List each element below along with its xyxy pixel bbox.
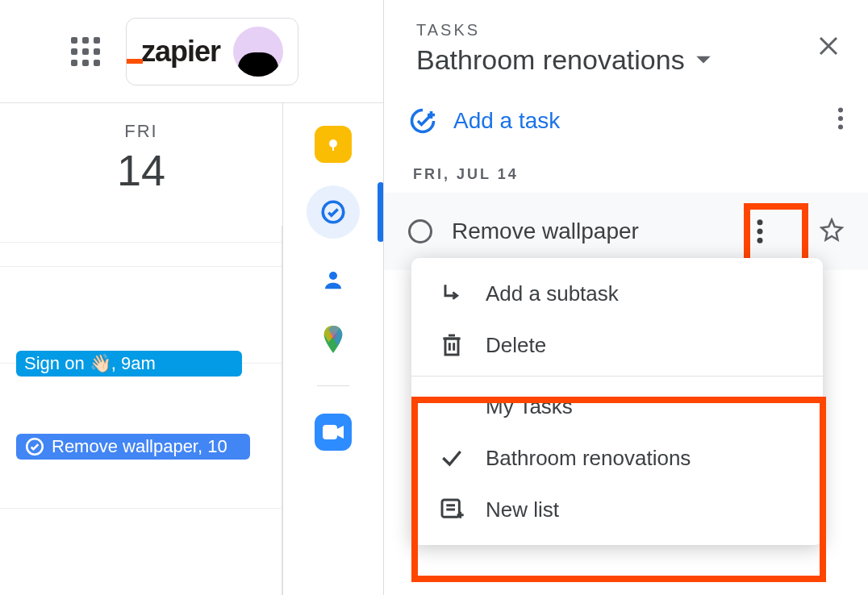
menu-add-subtask[interactable]: Add a subtask (411, 268, 823, 319)
task-options-menu: Add a subtask Delete My Tasks Bathroom r… (411, 258, 823, 545)
task-title: Remove wallpaper (452, 218, 639, 244)
apps-launcher-icon[interactable] (71, 37, 100, 66)
maps-icon[interactable] (315, 321, 352, 358)
menu-item-label: New list (486, 497, 559, 522)
calendar-event[interactable]: Remove wallpaper, 10 (16, 434, 250, 460)
svg-rect-13 (445, 339, 458, 355)
contacts-icon[interactable] (315, 261, 352, 298)
calendar-date-number[interactable]: 14 (0, 145, 282, 195)
menu-item-label: Add a subtask (486, 281, 619, 306)
menu-item-label: Delete (486, 333, 546, 358)
svg-rect-6 (323, 425, 337, 439)
svg-point-4 (329, 272, 337, 280)
account-avatar[interactable] (233, 27, 283, 77)
tasks-app-icon[interactable] (307, 185, 360, 239)
menu-item-label: My Tasks (486, 394, 573, 419)
svg-point-8 (838, 115, 843, 120)
new-list-icon (439, 497, 465, 522)
svg-point-9 (838, 124, 843, 129)
add-task-row[interactable]: Add a task (384, 84, 868, 153)
menu-separator (411, 376, 823, 377)
calendar-weekday: FRI (0, 121, 282, 142)
menu-item-label: Bathroom renovations (486, 446, 691, 471)
calendar-grid: Sign on 👋🏻, 9am Remove wallpaper, 10 (0, 226, 282, 595)
list-options-icon[interactable] (837, 107, 844, 135)
close-icon[interactable] (816, 34, 841, 61)
event-title: Remove wallpaper, 10 (52, 434, 227, 460)
keep-icon[interactable] (315, 126, 352, 163)
tasks-panel-label: TASKS (416, 21, 836, 40)
task-list-name: Bathroom renovations (416, 44, 685, 76)
svg-point-7 (838, 107, 843, 112)
workspace-brand: zapier (126, 18, 298, 85)
chevron-down-icon (695, 55, 712, 66)
rail-separator (317, 385, 349, 386)
calendar-event[interactable]: Sign on 👋🏻, 9am (16, 351, 242, 377)
menu-list-my-tasks[interactable]: My Tasks (411, 381, 823, 432)
check-icon (439, 445, 465, 471)
add-task-label: Add a task (453, 108, 560, 134)
menu-new-list[interactable]: New list (411, 484, 823, 535)
task-list-dropdown[interactable]: Bathroom renovations (416, 44, 836, 76)
svg-point-1 (329, 139, 337, 148)
task-check-icon (24, 436, 45, 457)
event-title: Sign on 👋🏻, 9am (24, 351, 156, 377)
task-date-header: FRI, JUL 14 (384, 153, 868, 193)
zoom-icon[interactable] (315, 414, 352, 451)
add-task-icon (408, 106, 437, 135)
trash-icon (439, 332, 465, 358)
star-icon[interactable] (820, 218, 844, 245)
calendar-day-header: FRI 14 (0, 121, 282, 195)
subtask-arrow-icon (439, 281, 465, 306)
svg-rect-2 (332, 147, 334, 151)
task-complete-toggle[interactable] (408, 219, 432, 243)
brand-logo-text: zapier (141, 35, 220, 69)
menu-delete[interactable]: Delete (411, 319, 823, 371)
menu-list-bathroom[interactable]: Bathroom renovations (411, 432, 823, 484)
side-panel-rail (282, 103, 383, 595)
